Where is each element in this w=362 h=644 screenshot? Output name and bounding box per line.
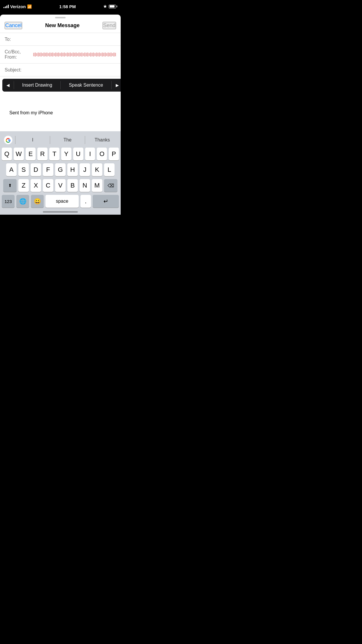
google-logo-icon bbox=[3, 135, 13, 145]
globe-button[interactable]: 🌐 bbox=[16, 195, 29, 208]
compose-sheet: Cancel New Message Send To: Cc/Bcc, From… bbox=[0, 15, 121, 215]
numbers-button[interactable]: 123 bbox=[2, 195, 15, 208]
period-button[interactable]: . bbox=[80, 195, 91, 208]
signal-bar-4 bbox=[8, 5, 9, 8]
delete-button[interactable]: ⌫ bbox=[104, 179, 117, 192]
status-right: ★ bbox=[103, 4, 116, 9]
battery-fill bbox=[110, 5, 115, 8]
speak-sentence-button[interactable]: Speak Sentence bbox=[61, 79, 111, 92]
key-j[interactable]: J bbox=[80, 163, 90, 176]
subject-label: Subject: bbox=[5, 67, 28, 73]
wifi-icon: 📶 bbox=[27, 4, 32, 9]
key-t[interactable]: T bbox=[49, 148, 59, 160]
to-label: To: bbox=[5, 37, 28, 42]
key-u[interactable]: U bbox=[73, 148, 83, 160]
page-title: New Message bbox=[45, 22, 80, 29]
status-bar: Verizon 📶 1:58 PM ★ bbox=[0, 0, 121, 13]
key-n[interactable]: N bbox=[80, 179, 90, 192]
cc-bcc-field-row[interactable]: Cc/Bcc, From: bbox=[0, 46, 121, 64]
key-l[interactable]: L bbox=[104, 163, 115, 176]
suggestion-2[interactable]: The bbox=[50, 137, 85, 143]
home-indicator[interactable] bbox=[43, 211, 78, 213]
signal-bar-3 bbox=[6, 6, 7, 8]
key-w[interactable]: W bbox=[14, 148, 24, 160]
key-f[interactable]: F bbox=[43, 163, 53, 176]
app-container: Verizon 📶 1:58 PM ★ Cancel New Message S… bbox=[0, 0, 121, 215]
suggestion-3[interactable]: Thanks bbox=[85, 137, 120, 143]
status-left: Verizon 📶 bbox=[3, 4, 32, 9]
space-button[interactable]: space bbox=[45, 195, 79, 208]
send-button[interactable]: Send bbox=[103, 22, 116, 29]
drag-handle-bar bbox=[55, 17, 66, 18]
key-a[interactable]: A bbox=[6, 163, 17, 176]
body-area[interactable]: To find the treasure, you have to start … bbox=[0, 76, 121, 131]
signature-text: Sent from my iPhone bbox=[5, 110, 116, 116]
key-k[interactable]: K bbox=[92, 163, 102, 176]
key-q[interactable]: Q bbox=[2, 148, 12, 160]
shift-button[interactable]: ⬆ bbox=[3, 179, 17, 192]
key-z[interactable]: Z bbox=[18, 179, 29, 192]
drag-handle[interactable] bbox=[0, 15, 121, 20]
key-b[interactable]: B bbox=[67, 179, 78, 192]
nav-bar: Cancel New Message Send bbox=[0, 20, 121, 33]
signal-bars-icon bbox=[3, 5, 9, 8]
signal-bar-1 bbox=[3, 7, 4, 8]
toolbar-right-arrow-button[interactable]: ▶ bbox=[112, 79, 121, 92]
key-s[interactable]: S bbox=[18, 163, 29, 176]
key-row-3: ⬆ Z X C V B N M ⌫ bbox=[2, 179, 119, 192]
subject-field-row[interactable]: Subject: bbox=[0, 64, 121, 76]
context-toolbar: ◀ Insert Drawing Speak Sentence ▶ bbox=[2, 79, 121, 92]
key-row-4: 123 🌐 😀 space . ↵ bbox=[2, 195, 119, 208]
key-i[interactable]: I bbox=[85, 148, 95, 160]
cancel-button[interactable]: Cancel bbox=[5, 22, 22, 29]
key-row-1: Q W E R T Y U I O P bbox=[2, 148, 119, 160]
key-v[interactable]: V bbox=[55, 179, 66, 192]
signal-bar-2 bbox=[5, 6, 6, 8]
key-d[interactable]: D bbox=[31, 163, 41, 176]
key-y[interactable]: Y bbox=[61, 148, 71, 160]
cc-bcc-label: Cc/Bcc, From: bbox=[5, 49, 33, 60]
keyboard: I The Thanks Q W E R T Y U I O bbox=[0, 131, 121, 215]
suggestion-1[interactable]: I bbox=[15, 137, 50, 143]
key-e[interactable]: E bbox=[26, 148, 36, 160]
return-button[interactable]: ↵ bbox=[93, 195, 119, 208]
key-rows: Q W E R T Y U I O P A S D F G bbox=[1, 148, 120, 208]
insert-drawing-button[interactable]: Insert Drawing bbox=[14, 79, 60, 92]
keyboard-suggestions-bar: I The Thanks bbox=[1, 134, 120, 146]
bottom-bar bbox=[1, 209, 120, 215]
bluetooth-icon: ★ bbox=[103, 4, 107, 9]
from-email-redacted bbox=[33, 52, 116, 57]
key-p[interactable]: P bbox=[109, 148, 119, 160]
to-field-row[interactable]: To: bbox=[0, 33, 121, 46]
toolbar-caret bbox=[10, 91, 16, 92]
key-r[interactable]: R bbox=[37, 148, 48, 160]
key-m[interactable]: M bbox=[92, 179, 102, 192]
emoji-button[interactable]: 😀 bbox=[31, 195, 44, 208]
key-h[interactable]: H bbox=[67, 163, 78, 176]
key-c[interactable]: C bbox=[43, 179, 53, 192]
battery-indicator bbox=[109, 5, 116, 8]
status-time: 1:58 PM bbox=[59, 4, 76, 9]
carrier-label: Verizon bbox=[10, 4, 26, 9]
key-g[interactable]: G bbox=[55, 163, 66, 176]
key-row-2: A S D F G H J K L bbox=[2, 163, 119, 176]
compose-content: To: Cc/Bcc, From: bbox=[0, 33, 121, 131]
toolbar-left-arrow-button[interactable]: ◀ bbox=[2, 79, 14, 92]
key-x[interactable]: X bbox=[31, 179, 41, 192]
key-o[interactable]: O bbox=[97, 148, 107, 160]
battery-body bbox=[109, 5, 116, 8]
